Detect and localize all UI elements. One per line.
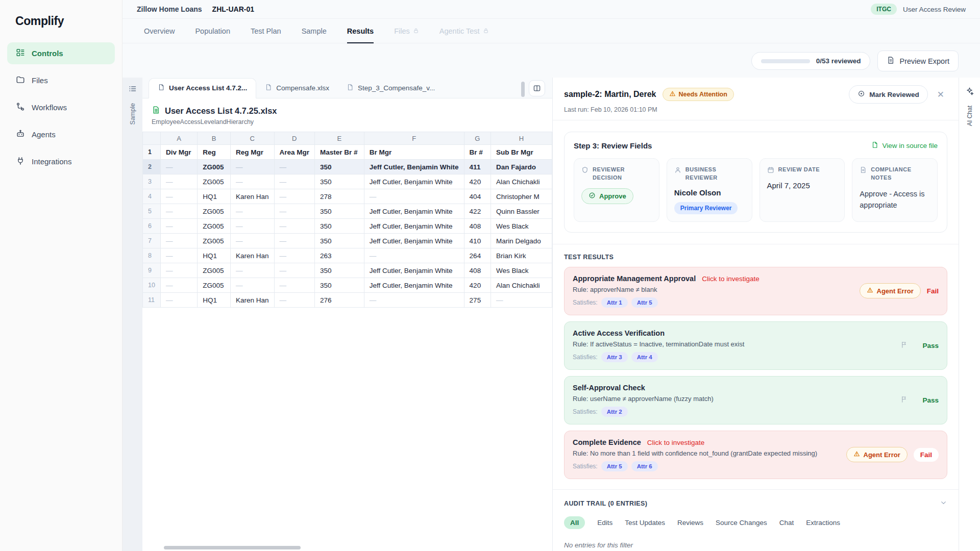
test-result-card[interactable]: Appropriate Management ApprovalClick to …	[564, 267, 947, 315]
sheet-cell[interactable]: —	[274, 160, 315, 174]
sheet-cell[interactable]: Jeff Cutler, Benjamin White	[364, 263, 464, 278]
sheet-cell[interactable]: ZG005	[198, 234, 231, 248]
breadcrumb-root[interactable]: Zillow Home Loans	[137, 5, 202, 13]
sheet-cell[interactable]: Brian Kirk	[491, 248, 552, 263]
sheet-cell[interactable]: 350	[315, 278, 364, 293]
sheet-cell[interactable]: —	[230, 174, 274, 189]
row-number[interactable]: 10	[143, 278, 161, 293]
sheet-cell[interactable]: —	[230, 204, 274, 219]
sheet-cell[interactable]: 350	[315, 263, 364, 278]
sheet-cell[interactable]: Christopher M	[491, 189, 552, 204]
sheet-cell[interactable]: 420	[464, 278, 491, 293]
sheet-cell[interactable]: 404	[464, 189, 491, 204]
sheet-cell[interactable]: ZG005	[198, 204, 231, 219]
sheet-cell[interactable]: 350	[315, 174, 364, 189]
row-number[interactable]: 7	[143, 234, 161, 248]
tab-agentic-test[interactable]: Agentic Test	[439, 19, 489, 43]
tab-overview[interactable]: Overview	[144, 19, 175, 43]
sheet-cell[interactable]: 264	[464, 248, 491, 263]
sheet-cell[interactable]: —	[160, 293, 197, 308]
sheet-cell[interactable]: 275	[464, 293, 491, 308]
sheet-cell[interactable]: 408	[464, 219, 491, 234]
sheet-cell[interactable]: Master Br #	[315, 145, 364, 160]
file-tab[interactable]: Step_3_Compensafe_v...	[338, 79, 444, 98]
sheet-cell[interactable]: Jeff Cutler, Benjamin White	[364, 204, 464, 219]
sheet-cell[interactable]: Alan Chichakli	[491, 278, 552, 293]
list-icon[interactable]	[129, 85, 137, 95]
sheet-cell[interactable]: —	[230, 263, 274, 278]
column-letter[interactable]: C	[230, 132, 274, 145]
test-result-card[interactable]: Self-Approval CheckRule: userName ≠ appr…	[564, 376, 947, 424]
sheet-cell[interactable]: 278	[315, 189, 364, 204]
sheet-cell[interactable]: Dan Fajardo	[491, 160, 552, 174]
sheet-cell[interactable]: Jeff Cutler, Benjamin White	[364, 219, 464, 234]
sheet-cell[interactable]: —	[160, 263, 197, 278]
horizontal-scrollbar[interactable]	[164, 546, 301, 549]
audit-filter-source-changes[interactable]: Source Changes	[716, 519, 767, 527]
sidebar-item-controls[interactable]: Controls	[7, 42, 115, 64]
audit-filter-chat[interactable]: Chat	[779, 519, 794, 527]
row-number[interactable]: 1	[143, 145, 161, 160]
sheet-cell[interactable]: —	[274, 189, 315, 204]
sheet-cell[interactable]: HQ1	[198, 189, 231, 204]
sheet-cell[interactable]: 350	[315, 234, 364, 248]
ai-chat-tab[interactable]: AI Chat	[966, 106, 973, 126]
audit-filter-reviews[interactable]: Reviews	[677, 519, 703, 527]
test-result-card[interactable]: Active Access VerificationRule: If activ…	[564, 321, 947, 370]
sheet-cell[interactable]: 420	[464, 174, 491, 189]
row-number[interactable]: 3	[143, 174, 161, 189]
file-tab[interactable]: Compensafe.xlsx	[256, 79, 338, 98]
sheet-cell[interactable]: —	[274, 219, 315, 234]
tab-results[interactable]: Results	[347, 19, 374, 43]
chevron-down-icon[interactable]	[940, 499, 947, 509]
view-source-link[interactable]: View in source file	[871, 141, 938, 150]
sheet-cell[interactable]: Jeff Cutler, Benjamin White	[364, 278, 464, 293]
toggle-columns-button[interactable]	[529, 80, 545, 96]
audit-filter-extractions[interactable]: Extractions	[806, 519, 840, 527]
sheet-cell[interactable]: —	[230, 234, 274, 248]
column-letter[interactable]: F	[364, 132, 464, 145]
sheet-cell[interactable]: 263	[315, 248, 364, 263]
sheet-cell[interactable]: Karen Han	[230, 293, 274, 308]
row-number[interactable]: 6	[143, 219, 161, 234]
flag-icon[interactable]	[900, 341, 908, 350]
sheet-cell[interactable]: Alan Chichakli	[491, 174, 552, 189]
row-number[interactable]: 9	[143, 263, 161, 278]
sheet-cell[interactable]: 410	[464, 234, 491, 248]
tab-sample[interactable]: Sample	[302, 19, 327, 43]
tab-scrollbar[interactable]	[521, 82, 525, 97]
sheet-cell[interactable]: Sub Br Mgr	[491, 145, 552, 160]
sheet-cell[interactable]: 350	[315, 160, 364, 174]
sheet-cell[interactable]: —	[364, 293, 464, 308]
sheet-cell[interactable]: Jeff Cutler, Benjamin White	[364, 234, 464, 248]
sheet-cell[interactable]: —	[160, 204, 197, 219]
sidebar-item-files[interactable]: Files	[7, 69, 115, 91]
sheet-cell[interactable]: Area Mgr	[274, 145, 315, 160]
column-letter[interactable]: E	[315, 132, 364, 145]
sheet-cell[interactable]: 350	[315, 204, 364, 219]
sheet-cell[interactable]: —	[274, 263, 315, 278]
sheet-cell[interactable]: —	[274, 204, 315, 219]
sheet-cell[interactable]: —	[364, 189, 464, 204]
sheet-cell[interactable]: 408	[464, 263, 491, 278]
sheet-cell[interactable]: 422	[464, 204, 491, 219]
investigate-link[interactable]: Click to investigate	[647, 439, 705, 446]
sheet-cell[interactable]: —	[274, 234, 315, 248]
sheet-cell[interactable]: —	[274, 174, 315, 189]
sheet-cell[interactable]: —	[160, 174, 197, 189]
sheet-cell[interactable]: Wes Black	[491, 263, 552, 278]
column-letter[interactable]: G	[464, 132, 491, 145]
sheet-cell[interactable]: ZG005	[198, 278, 231, 293]
column-letter[interactable]: H	[491, 132, 552, 145]
sheet-cell[interactable]: Jeff Cutler, Benjamin White	[364, 174, 464, 189]
sheet-cell[interactable]: HQ1	[198, 293, 231, 308]
sheet-cell[interactable]: Br #	[464, 145, 491, 160]
investigate-link[interactable]: Click to investigate	[702, 275, 760, 283]
tab-population[interactable]: Population	[195, 19, 230, 43]
file-tab[interactable]: User Access List 4.7.2...	[149, 78, 256, 98]
sheet-cell[interactable]: —	[160, 248, 197, 263]
sidebar-item-agents[interactable]: Agents	[7, 123, 115, 145]
sparkles-icon[interactable]	[965, 87, 974, 97]
sheet-cell[interactable]: —	[274, 248, 315, 263]
column-letter[interactable]: D	[274, 132, 315, 145]
